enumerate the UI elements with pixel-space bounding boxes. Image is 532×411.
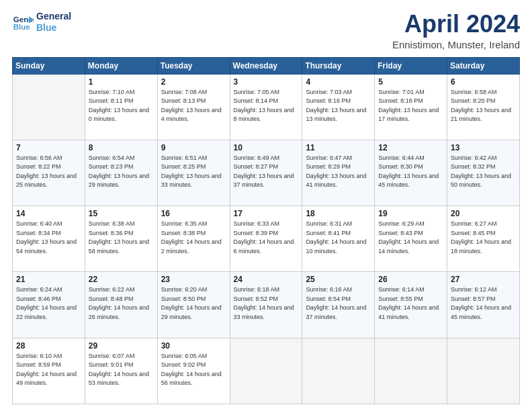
day-cell: 11Sunrise: 6:47 AMSunset: 8:29 PMDayligh… xyxy=(302,140,375,205)
day-info: Sunrise: 7:01 AMSunset: 8:18 PMDaylight:… xyxy=(378,88,443,124)
day-cell: 17Sunrise: 6:33 AMSunset: 8:39 PMDayligh… xyxy=(230,206,302,272)
day-cell: 2Sunrise: 7:08 AMSunset: 8:13 PMDaylight… xyxy=(157,74,230,140)
day-number: 27 xyxy=(451,275,516,284)
day-number: 14 xyxy=(16,209,81,218)
day-info: Sunrise: 7:08 AMSunset: 8:13 PMDaylight:… xyxy=(161,88,226,124)
day-info: Sunrise: 6:47 AMSunset: 8:29 PMDaylight:… xyxy=(306,154,371,190)
day-info: Sunrise: 6:07 AMSunset: 9:01 PMDaylight:… xyxy=(89,352,154,388)
week-row-2: 7Sunrise: 6:56 AMSunset: 8:22 PMDaylight… xyxy=(13,140,520,205)
day-cell: 30Sunrise: 6:05 AMSunset: 9:02 PMDayligh… xyxy=(157,338,230,404)
day-cell: 21Sunrise: 6:24 AMSunset: 8:46 PMDayligh… xyxy=(13,272,85,338)
col-header-sunday: Sunday xyxy=(13,57,85,74)
day-info: Sunrise: 6:27 AMSunset: 8:45 PMDaylight:… xyxy=(451,220,516,256)
day-info: Sunrise: 6:35 AMSunset: 8:38 PMDaylight:… xyxy=(161,220,226,256)
logo-blue: Blue xyxy=(36,22,71,34)
day-cell: 5Sunrise: 7:01 AMSunset: 8:18 PMDaylight… xyxy=(375,74,447,140)
day-number: 28 xyxy=(16,341,81,351)
logo-icon: General Blue xyxy=(12,11,34,33)
day-number: 19 xyxy=(378,209,443,218)
day-number: 17 xyxy=(234,209,299,218)
header: General Blue General Blue April 2024 Enn… xyxy=(12,11,520,50)
day-info: Sunrise: 6:14 AMSunset: 8:55 PMDaylight:… xyxy=(378,285,443,322)
day-number: 22 xyxy=(89,275,154,284)
day-number: 26 xyxy=(378,275,443,284)
logo: General Blue General Blue xyxy=(12,11,71,34)
day-cell: 29Sunrise: 6:07 AMSunset: 9:01 PMDayligh… xyxy=(85,338,157,404)
week-row-4: 21Sunrise: 6:24 AMSunset: 8:46 PMDayligh… xyxy=(13,272,520,338)
day-cell: 14Sunrise: 6:40 AMSunset: 8:34 PMDayligh… xyxy=(13,206,85,272)
col-header-saturday: Saturday xyxy=(447,57,520,74)
day-number: 29 xyxy=(89,341,154,351)
day-number: 6 xyxy=(451,77,516,87)
day-info: Sunrise: 6:12 AMSunset: 8:57 PMDaylight:… xyxy=(451,285,516,322)
day-cell: 3Sunrise: 7:05 AMSunset: 8:14 PMDaylight… xyxy=(230,74,302,140)
day-number: 4 xyxy=(306,77,371,87)
day-info: Sunrise: 6:40 AMSunset: 8:34 PMDaylight:… xyxy=(16,220,81,256)
day-cell: 13Sunrise: 6:42 AMSunset: 8:32 PMDayligh… xyxy=(447,140,520,205)
day-info: Sunrise: 6:49 AMSunset: 8:27 PMDaylight:… xyxy=(234,154,299,190)
page: General Blue General Blue April 2024 Enn… xyxy=(0,0,532,411)
day-number: 5 xyxy=(378,77,443,87)
day-cell: 22Sunrise: 6:22 AMSunset: 8:48 PMDayligh… xyxy=(85,272,157,338)
day-cell: 10Sunrise: 6:49 AMSunset: 8:27 PMDayligh… xyxy=(230,140,302,205)
day-number: 7 xyxy=(16,143,81,152)
day-number: 25 xyxy=(306,275,371,284)
day-cell: 28Sunrise: 6:10 AMSunset: 8:59 PMDayligh… xyxy=(13,338,85,404)
day-info: Sunrise: 6:10 AMSunset: 8:59 PMDaylight:… xyxy=(16,352,81,388)
day-info: Sunrise: 6:33 AMSunset: 8:39 PMDaylight:… xyxy=(234,220,299,256)
day-cell: 24Sunrise: 6:18 AMSunset: 8:52 PMDayligh… xyxy=(230,272,302,338)
subtitle: Ennistimon, Munster, Ireland xyxy=(392,39,520,50)
title-block: April 2024 Ennistimon, Munster, Ireland xyxy=(392,11,520,50)
day-number: 3 xyxy=(234,77,299,87)
calendar-header-row: SundayMondayTuesdayWednesdayThursdayFrid… xyxy=(13,57,520,74)
col-header-friday: Friday xyxy=(375,57,447,74)
day-cell xyxy=(302,338,375,404)
day-number: 15 xyxy=(89,209,154,218)
day-info: Sunrise: 7:10 AMSunset: 8:11 PMDaylight:… xyxy=(89,88,154,124)
day-info: Sunrise: 7:05 AMSunset: 8:14 PMDaylight:… xyxy=(234,88,299,124)
day-cell: 20Sunrise: 6:27 AMSunset: 8:45 PMDayligh… xyxy=(447,206,520,272)
col-header-tuesday: Tuesday xyxy=(157,57,230,74)
day-info: Sunrise: 7:03 AMSunset: 8:16 PMDaylight:… xyxy=(306,88,371,124)
day-info: Sunrise: 6:24 AMSunset: 8:46 PMDaylight:… xyxy=(16,285,81,322)
day-cell: 18Sunrise: 6:31 AMSunset: 8:41 PMDayligh… xyxy=(302,206,375,272)
day-info: Sunrise: 6:31 AMSunset: 8:41 PMDaylight:… xyxy=(306,220,371,256)
day-cell xyxy=(230,338,302,404)
day-cell: 15Sunrise: 6:38 AMSunset: 8:36 PMDayligh… xyxy=(85,206,157,272)
day-info: Sunrise: 6:16 AMSunset: 8:54 PMDaylight:… xyxy=(306,285,371,322)
day-number: 8 xyxy=(89,143,154,152)
day-number: 20 xyxy=(451,209,516,218)
day-cell: 7Sunrise: 6:56 AMSunset: 8:22 PMDaylight… xyxy=(13,140,85,205)
day-info: Sunrise: 6:44 AMSunset: 8:30 PMDaylight:… xyxy=(378,154,443,190)
day-info: Sunrise: 6:20 AMSunset: 8:50 PMDaylight:… xyxy=(161,285,226,322)
main-title: April 2024 xyxy=(392,11,520,38)
day-cell: 4Sunrise: 7:03 AMSunset: 8:16 PMDaylight… xyxy=(302,74,375,140)
day-cell: 26Sunrise: 6:14 AMSunset: 8:55 PMDayligh… xyxy=(375,272,447,338)
week-row-1: 1Sunrise: 7:10 AMSunset: 8:11 PMDaylight… xyxy=(13,74,520,140)
week-row-5: 28Sunrise: 6:10 AMSunset: 8:59 PMDayligh… xyxy=(13,338,520,404)
day-cell: 9Sunrise: 6:51 AMSunset: 8:25 PMDaylight… xyxy=(157,140,230,205)
col-header-wednesday: Wednesday xyxy=(230,57,302,74)
day-info: Sunrise: 6:29 AMSunset: 8:43 PMDaylight:… xyxy=(378,220,443,256)
day-cell: 19Sunrise: 6:29 AMSunset: 8:43 PMDayligh… xyxy=(375,206,447,272)
day-info: Sunrise: 6:42 AMSunset: 8:32 PMDaylight:… xyxy=(451,154,516,190)
day-number: 23 xyxy=(161,275,226,284)
day-cell: 12Sunrise: 6:44 AMSunset: 8:30 PMDayligh… xyxy=(375,140,447,205)
day-info: Sunrise: 6:51 AMSunset: 8:25 PMDaylight:… xyxy=(161,154,226,190)
day-cell: 27Sunrise: 6:12 AMSunset: 8:57 PMDayligh… xyxy=(447,272,520,338)
day-cell: 1Sunrise: 7:10 AMSunset: 8:11 PMDaylight… xyxy=(85,74,157,140)
day-info: Sunrise: 6:22 AMSunset: 8:48 PMDaylight:… xyxy=(89,285,154,322)
day-number: 16 xyxy=(161,209,226,218)
svg-text:Blue: Blue xyxy=(13,22,31,30)
day-number: 2 xyxy=(161,77,226,87)
day-cell xyxy=(13,74,85,140)
day-info: Sunrise: 6:18 AMSunset: 8:52 PMDaylight:… xyxy=(234,285,299,322)
day-number: 1 xyxy=(89,77,154,87)
day-info: Sunrise: 6:54 AMSunset: 8:23 PMDaylight:… xyxy=(89,154,154,190)
day-cell xyxy=(375,338,447,404)
col-header-monday: Monday xyxy=(85,57,157,74)
day-number: 18 xyxy=(306,209,371,218)
day-info: Sunrise: 6:38 AMSunset: 8:36 PMDaylight:… xyxy=(89,220,154,256)
day-info: Sunrise: 6:58 AMSunset: 8:20 PMDaylight:… xyxy=(451,88,516,124)
day-number: 13 xyxy=(451,143,516,152)
